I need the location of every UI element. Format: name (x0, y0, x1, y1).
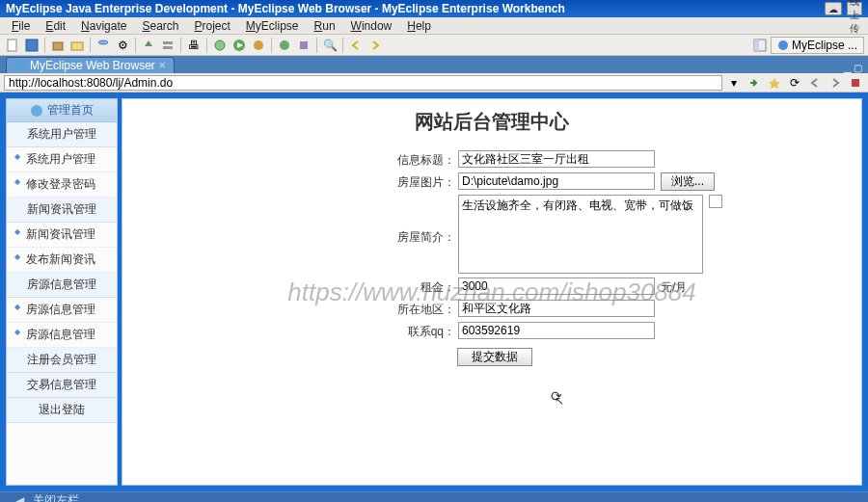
svg-point-10 (280, 40, 289, 50)
svg-rect-0 (8, 40, 16, 51)
submit-button[interactable]: 提交数据 (457, 348, 532, 366)
intro-textarea[interactable]: 生活设施齐全，有闭路、电视、宽带，可做饭 (458, 195, 703, 274)
new-package-icon[interactable] (295, 37, 312, 54)
sidebar-item-users-manage[interactable]: 系统用户管理 (7, 147, 117, 172)
perspective-icon[interactable] (751, 37, 769, 54)
minimize-icon[interactable]: ▁ (844, 63, 852, 73)
package-icon[interactable] (49, 37, 67, 54)
sidebar-item-news-manage[interactable]: 新闻资讯管理 (7, 223, 117, 248)
qq-label: 联系qq： (122, 322, 458, 340)
tab-browser[interactable]: MyEclipse Web Browser × (6, 57, 175, 73)
menu-file[interactable]: File (4, 19, 38, 33)
debug-icon[interactable] (211, 37, 229, 54)
svg-point-9 (254, 40, 263, 50)
menu-help[interactable]: Help (399, 19, 439, 33)
perspective-label: MyEclipse ... (792, 39, 857, 52)
stop-icon[interactable] (847, 74, 864, 92)
area-input[interactable] (458, 300, 655, 317)
print-icon[interactable]: 🖶 (185, 37, 203, 54)
svg-point-7 (215, 40, 225, 50)
nav-back-icon[interactable] (806, 74, 824, 92)
menu-run[interactable]: Run (307, 19, 343, 33)
run-icon[interactable] (231, 37, 248, 54)
tool-icon[interactable]: ⚙ (114, 37, 131, 54)
menu-navigate[interactable]: Navigate (73, 19, 134, 33)
browser-addressbar: ▾ ⟳ (0, 73, 868, 92)
window-titlebar: MyEclipse Java Enterprise Development - … (0, 0, 868, 17)
sidebar-item-news-publish[interactable]: 发布新闻资讯 (7, 248, 117, 273)
svg-rect-1 (26, 40, 38, 51)
sidebar-group-news[interactable]: 新闻资讯管理 (7, 198, 117, 223)
housing-form: 信息标题： 房屋图片： 浏览... 房屋简介： 生活设施齐全，有闭路、电视、宽带… (122, 145, 861, 376)
info-title-input[interactable] (458, 150, 655, 168)
menubar: File Edit Navigate Search Project MyEcli… (0, 17, 868, 35)
dropdown-icon[interactable]: ▾ (725, 74, 743, 92)
loading-cursor-icon: ⟳↖ (551, 388, 562, 404)
external-icon[interactable] (250, 37, 267, 54)
sidebar-item-housing-manage[interactable]: 房源信息管理 (7, 298, 117, 323)
sidebar-item-change-password[interactable]: 修改登录密码 (7, 172, 117, 198)
svg-point-14 (778, 40, 788, 50)
refresh-icon[interactable]: ⟳ (786, 74, 803, 92)
svg-point-15 (15, 61, 25, 70)
menu-myeclipse[interactable]: MyEclipse (238, 19, 307, 33)
editor-tabbar: MyEclipse Web Browser × ▁ ▢ (0, 56, 868, 73)
intro-label: 房屋简介： (122, 195, 458, 246)
area-label: 所在地区： (122, 300, 458, 318)
rent-label: 租金： (122, 277, 458, 296)
intro-checkbox[interactable] (709, 195, 722, 208)
close-icon[interactable]: × (159, 59, 166, 72)
sidebar-group-members[interactable]: 注册会员管理 (7, 348, 117, 373)
svg-rect-5 (163, 41, 173, 44)
db-icon[interactable] (95, 37, 112, 54)
menu-window[interactable]: Window (343, 19, 400, 33)
new-class-icon[interactable] (276, 37, 293, 54)
sidebar-group-logout[interactable]: 退出登陆 (7, 398, 117, 423)
save-icon[interactable] (23, 37, 41, 54)
svg-rect-6 (163, 46, 173, 49)
svg-rect-3 (71, 42, 83, 50)
go-icon[interactable] (746, 74, 763, 92)
folder-icon[interactable] (68, 37, 86, 54)
rent-input[interactable] (458, 277, 655, 295)
deploy-icon[interactable] (140, 37, 157, 54)
svg-rect-16 (852, 79, 859, 87)
window-controls: ☁ 在线上传 (825, 2, 862, 15)
menu-edit[interactable]: Edit (38, 19, 73, 33)
browse-button[interactable]: 浏览... (661, 172, 715, 191)
back-icon[interactable] (347, 37, 365, 54)
sidebar-group-housing[interactable]: 房源信息管理 (7, 273, 117, 298)
window-title: MyEclipse Java Enterprise Development - … (6, 2, 565, 15)
svg-rect-13 (754, 40, 759, 51)
qq-input[interactable] (458, 322, 655, 339)
server-icon[interactable] (159, 37, 176, 54)
info-title-label: 信息标题： (122, 150, 458, 169)
upload-tag[interactable]: 在线上传 (847, 2, 862, 15)
admin-sidebar: 管理首页 系统用户管理 系统用户管理 修改登录密码 新闻资讯管理 新闻资讯管理 … (6, 98, 118, 486)
sidebar-item-housing-manage-2[interactable]: 房源信息管理 (7, 323, 117, 348)
rent-unit: 元/月 (655, 277, 687, 296)
new-icon[interactable] (4, 37, 21, 54)
photo-label: 房屋图片： (122, 172, 458, 191)
cloud-icon[interactable]: ☁ (825, 2, 842, 15)
collapse-bar[interactable]: ◀ 关闭左栏 (0, 491, 868, 502)
nav-forward-icon[interactable] (827, 74, 844, 92)
menu-project[interactable]: Project (186, 19, 237, 33)
sidebar-group-users[interactable]: 系统用户管理 (7, 122, 117, 147)
content-area: 管理首页 系统用户管理 系统用户管理 修改登录密码 新闻资讯管理 新闻资讯管理 … (0, 92, 868, 491)
perspective-myeclipse[interactable]: MyEclipse ... (771, 37, 864, 54)
svg-rect-11 (300, 41, 308, 49)
menu-search[interactable]: Search (134, 19, 186, 33)
main-toolbar: ⚙ 🖶 🔍 MyEclipse ... (0, 35, 868, 56)
svg-rect-2 (53, 42, 63, 50)
search-icon[interactable]: 🔍 (321, 37, 339, 54)
forward-icon[interactable] (366, 37, 384, 54)
tab-label: MyEclipse Web Browser (30, 59, 155, 72)
sidebar-group-transactions[interactable]: 交易信息管理 (7, 373, 117, 398)
main-panel: 网站后台管理中心 信息标题： 房屋图片： 浏览... 房屋简介： 生活设施齐全，… (122, 98, 862, 486)
photo-input[interactable] (458, 172, 655, 190)
url-input[interactable] (4, 75, 722, 91)
sidebar-header[interactable]: 管理首页 (7, 99, 117, 122)
favorite-icon[interactable] (766, 74, 783, 92)
maximize-icon[interactable]: ▢ (854, 63, 862, 73)
